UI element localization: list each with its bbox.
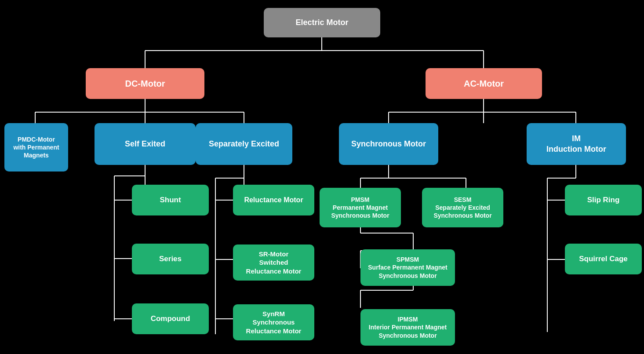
node-pmsm: PMSM Permanent Magnet Synchronous Motor — [320, 188, 401, 227]
diagram: Electric Motor DC-Motor AC-Motor PMDC-Mo… — [0, 0, 644, 354]
im-label: IM Induction Motor — [546, 134, 606, 154]
node-dc-motor: DC-Motor — [86, 68, 204, 99]
sesm-label: SESM Separately Excited Synchronous Moto… — [433, 196, 491, 220]
node-squirrel-cage: Squirrel Cage — [565, 244, 642, 274]
node-self-exited: Self Exited — [95, 123, 196, 165]
pmdc-label: PMDC-Motor with Permanent Magnets — [13, 135, 59, 160]
node-reluctance-motor: Reluctance Motor — [233, 185, 314, 215]
node-im-induction: IM Induction Motor — [527, 123, 626, 165]
node-separately-excited: Separately Excited — [196, 123, 292, 165]
node-shunt: Shunt — [132, 185, 209, 215]
ipmsm-label: IPMSM Interior Permanent Magnet Synchron… — [369, 315, 447, 339]
node-electric-motor: Electric Motor — [264, 8, 380, 37]
node-synrm: SynRM Synchronous Reluctance Motor — [233, 304, 314, 340]
node-synchronous-motor: Synchronous Motor — [339, 123, 438, 165]
node-sr-motor: SR-Motor Switched Reluctance Motor — [233, 245, 314, 281]
node-slip-ring: Slip Ring — [565, 185, 642, 215]
node-ac-motor: AC-Motor — [426, 68, 542, 99]
node-pmdc: PMDC-Motor with Permanent Magnets — [4, 123, 68, 172]
spmsm-label: SPMSM Surface Permanent Magnet Synchrono… — [368, 255, 448, 280]
synrm-label: SynRM Synchronous Reluctance Motor — [246, 310, 302, 336]
sr-label: SR-Motor Switched Reluctance Motor — [246, 250, 302, 276]
node-series: Series — [132, 244, 209, 274]
node-sesm: SESM Separately Excited Synchronous Moto… — [422, 188, 503, 227]
connector-lines — [0, 0, 644, 354]
node-compound: Compound — [132, 303, 209, 334]
node-ipmsm: IPMSM Interior Permanent Magnet Synchron… — [360, 309, 455, 346]
pmsm-label: PMSM Permanent Magnet Synchronous Motor — [331, 196, 389, 220]
node-spmsm: SPMSM Surface Permanent Magnet Synchrono… — [360, 249, 455, 286]
